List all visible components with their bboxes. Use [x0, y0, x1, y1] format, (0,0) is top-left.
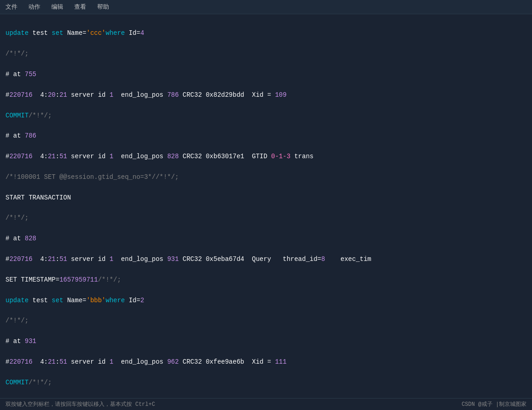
- status-right: CSDN @戒子 |制京城图家: [461, 400, 527, 408]
- line-8: /*!100001 SET @@session.gtid_seq_no=3*//…: [5, 172, 527, 182]
- line-14: update test set Name='bbb'where Id=2: [5, 295, 527, 305]
- menu-action[interactable]: 动作: [27, 2, 42, 12]
- line-3: # at 755: [5, 69, 527, 79]
- line-7: #220716 4:21:51 server id 1 end_log_pos …: [5, 151, 527, 161]
- line-17: #220716 4:21:51 server id 1 end_log_pos …: [5, 357, 527, 367]
- line-15: /*!*/;: [5, 316, 527, 326]
- line-10: /*!*/;: [5, 213, 527, 223]
- line-13: SET TIMESTAMP=1657959711/*!*/;: [5, 275, 527, 285]
- line-6: # at 786: [5, 131, 527, 141]
- menu-help[interactable]: 帮助: [95, 2, 111, 12]
- menu-edit[interactable]: 编辑: [49, 2, 65, 12]
- line-5: COMMIT/*!*/;: [5, 111, 527, 121]
- line-1: update test set Name='ccc'where Id=4: [5, 28, 527, 38]
- line-2: /*!*/;: [5, 49, 527, 59]
- menu-view[interactable]: 查看: [72, 2, 88, 12]
- status-bar: 双按键入空列标栏，请按回车按键以移入，基本式按 Ctrl+C CSDN @戒子 …: [0, 398, 532, 410]
- status-left: 双按键入空列标栏，请按回车按键以移入，基本式按 Ctrl+C: [5, 400, 155, 408]
- menu-bar: 文件 动作 编辑 查看 帮助: [0, 0, 532, 14]
- menu-file[interactable]: 文件: [4, 2, 19, 12]
- line-9: START TRANSACTION: [5, 193, 527, 203]
- code-area: update test set Name='ccc'where Id=4 /*!…: [0, 14, 532, 410]
- line-11: # at 828: [5, 233, 527, 244]
- line-16: # at 931: [5, 336, 527, 346]
- line-4: #220716 4:20:21 server id 1 end_log_pos …: [5, 90, 527, 100]
- line-12: #220716 4:21:51 server id 1 end_log_pos …: [5, 254, 527, 264]
- line-18: COMMIT/*!*/;: [5, 377, 527, 388]
